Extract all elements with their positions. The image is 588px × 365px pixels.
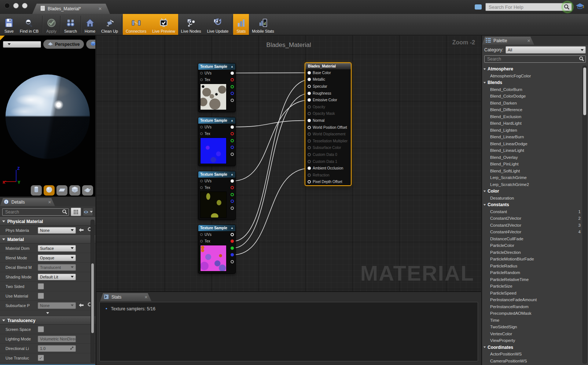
material-input-pin[interactable] [308, 85, 311, 88]
search-icon[interactable] [564, 4, 570, 11]
wire[interactable] [233, 120, 310, 127]
palette-item-distancecullfade[interactable]: DistanceCullFade [482, 236, 582, 242]
texture-sample-node[interactable]: Texture Sample▲UVsTex [198, 117, 236, 166]
back-arrow-icon[interactable] [78, 302, 84, 309]
texture-sample-node[interactable]: Texture Sample▲UVsTex [198, 225, 236, 274]
property-checkbox-use-material[interactable] [38, 293, 44, 299]
material-input-pin[interactable] [308, 126, 311, 129]
palette-item-blend-pinlight[interactable]: Blend_PinLight [482, 161, 582, 168]
palette-item-precomputedaomask[interactable]: PrecomputedAOMask [482, 310, 582, 317]
material-input-pin[interactable] [308, 153, 311, 156]
output-pin-g[interactable] [231, 193, 234, 196]
material-input-pin[interactable] [308, 180, 311, 183]
output-pin-a[interactable] [231, 207, 234, 210]
material-input-pin[interactable] [308, 112, 311, 115]
node-header[interactable]: Texture Sample▲ [198, 63, 235, 70]
texture-sample-node[interactable]: Texture Sample▲UVsTex [198, 63, 236, 112]
node-header[interactable]: Blades_Material [305, 63, 351, 69]
details-scrollbar[interactable] [91, 220, 95, 363]
palette-category-coordinates[interactable]: Coordinates [482, 344, 582, 351]
material-input-pin[interactable] [308, 139, 311, 143]
preview-shape-cylinder-button[interactable] [31, 185, 42, 196]
details-section-physical-material[interactable]: Physical Material [0, 217, 95, 226]
palette-item-constant3vector[interactable]: Constant3Vector3 [482, 222, 582, 229]
palette-category-color[interactable]: Color [482, 188, 582, 195]
palette-item-constant4vector[interactable]: Constant4Vector4 [482, 229, 582, 236]
stats-tab[interactable]: Stats ✕ [100, 293, 151, 301]
material-input-pin[interactable] [308, 167, 311, 170]
output-pin-rgb[interactable] [231, 179, 234, 183]
palette-item-viewproperty[interactable]: ViewProperty [482, 337, 582, 344]
preview-viewport[interactable]: Perspective Lit Show X Z Y [0, 36, 95, 196]
palette-item-particlecolor[interactable]: ParticleColor [482, 242, 582, 249]
collapse-icon[interactable]: ▲ [231, 65, 234, 68]
details-section-material[interactable]: Material [0, 235, 95, 244]
palette-item-lerp-scratchgrime[interactable]: Lerp_ScratchGrime [482, 174, 582, 181]
palette-item-blend-softlight[interactable]: Blend_SoftLight [482, 168, 582, 175]
toolbar-button-find-in-cb[interactable]: Find in CB [17, 14, 41, 35]
window-close-button[interactable] [4, 3, 10, 8]
preview-shape-teapot-button[interactable] [82, 185, 93, 196]
toolbar-button-search[interactable]: Search [61, 14, 80, 35]
output-pin-g[interactable] [231, 139, 234, 142]
viewport-options-button[interactable] [3, 41, 41, 48]
palette-item-blend-lighten[interactable]: Blend_Lighten [482, 127, 582, 134]
feedback-chat-icon[interactable] [475, 4, 482, 10]
output-pin-a[interactable] [231, 260, 234, 263]
output-pin-b[interactable] [231, 92, 234, 95]
wire[interactable] [233, 73, 310, 73]
palette-item-particlemotionblurfade[interactable]: ParticleMotionBlurFade [482, 256, 582, 263]
material-input-pin[interactable] [308, 105, 311, 109]
lit-mode-button[interactable]: Lit [86, 40, 95, 49]
palette-item-blend-colordodge[interactable]: Blend_ColorDodge [482, 93, 582, 100]
output-pin-a[interactable] [231, 153, 234, 156]
material-input-pin[interactable] [308, 92, 311, 95]
output-pin-g[interactable] [231, 247, 234, 250]
window-zoom-button[interactable] [22, 3, 27, 8]
output-pin-rgb[interactable] [231, 233, 234, 236]
material-input-pin[interactable] [308, 98, 311, 102]
palette-item-blend-darken[interactable]: Blend_Darken [482, 100, 582, 107]
stats-tab-close-icon[interactable]: ✕ [144, 295, 148, 300]
collapse-icon[interactable]: ▲ [231, 226, 234, 230]
material-result-node[interactable]: Blades_MaterialBase ColorMetallicSpecula… [305, 62, 352, 186]
palette-category-constants[interactable]: Constants [482, 201, 582, 208]
input-pin[interactable] [200, 79, 203, 81]
preview-shape-plane-button[interactable] [56, 185, 67, 196]
palette-item-camerapositionws[interactable]: CameraPositionWS [482, 358, 582, 365]
output-pin-rgb[interactable] [231, 72, 234, 75]
details-section-translucency[interactable]: Translucency [0, 316, 95, 325]
tutorial-cap-icon[interactable] [576, 3, 584, 11]
palette-item-particleradius[interactable]: ParticleRadius [482, 263, 582, 270]
material-graph-canvas[interactable]: Blades_Material Zoom -2 MATERIAL Texture… [96, 36, 481, 291]
palette-item-particlerandom[interactable]: ParticleRandom [482, 269, 582, 276]
palette-item-twosidedsign[interactable]: TwoSidedSign [482, 324, 582, 331]
palette-item-particlesize[interactable]: ParticleSize [482, 283, 582, 290]
material-input-pin[interactable] [308, 119, 311, 122]
perspective-button[interactable]: Perspective [43, 40, 84, 49]
details-expander-button[interactable] [0, 310, 95, 316]
output-pin-rgb[interactable] [231, 125, 234, 129]
input-pin[interactable] [200, 72, 203, 74]
palette-item-constant[interactable]: Constant1 [482, 208, 582, 215]
toolbar-button-connectors[interactable]: Connectors [123, 14, 149, 35]
material-input-pin[interactable] [308, 160, 311, 163]
palette-scrollbar[interactable] [583, 66, 587, 364]
palette-item-vertexcolor[interactable]: VertexColor [482, 331, 582, 337]
palette-item-particlespeed[interactable]: ParticleSpeed [482, 290, 582, 297]
preview-shape-sphere-button[interactable] [44, 185, 55, 196]
palette-item-blend-colorburn[interactable]: Blend_ColorBurn [482, 86, 582, 93]
palette-item-particledirection[interactable]: ParticleDirection [482, 249, 582, 256]
palette-search-input[interactable] [484, 55, 586, 63]
node-header[interactable]: Texture Sample▲ [198, 117, 235, 124]
details-view-options-button[interactable] [71, 208, 81, 216]
palette-item-blend-linearburn[interactable]: Blend_LinearBurn [482, 134, 582, 140]
details-search-input[interactable] [2, 208, 69, 216]
material-input-pin[interactable] [308, 132, 311, 136]
material-input-pin[interactable] [308, 174, 311, 177]
wire[interactable] [233, 80, 310, 241]
palette-item-blend-linearlight[interactable]: Blend_LinearLight [482, 147, 582, 154]
input-pin[interactable] [200, 126, 203, 128]
asset-tab[interactable]: Blades_Material* ✕ [32, 4, 110, 14]
wire[interactable] [233, 100, 310, 181]
